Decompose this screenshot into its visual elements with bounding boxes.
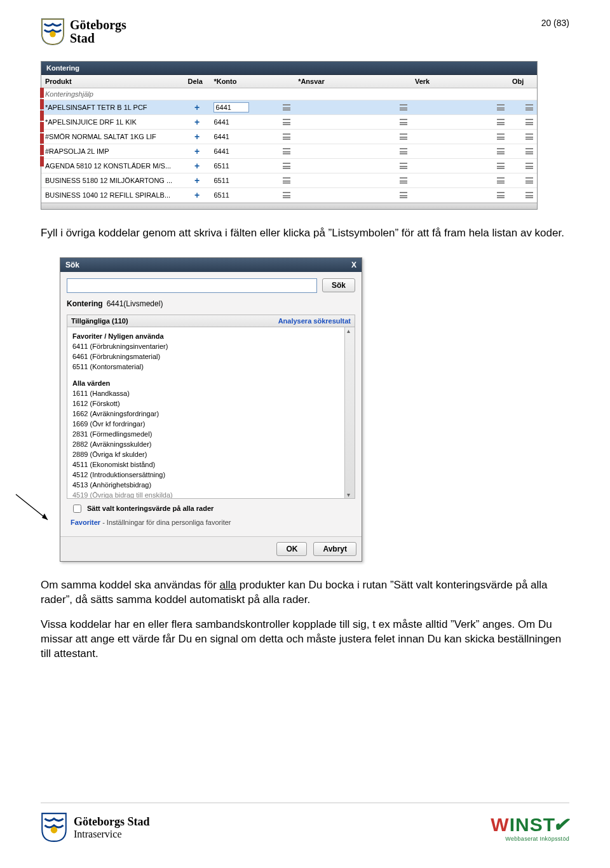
cell-produkt: BUSINESS 5180 12 MILJÖKARTONG ... [41, 173, 184, 188]
table-row[interactable]: BUSINESS 1040 12 REFILL SPIRALB...+6511 [41, 188, 537, 203]
list-item[interactable]: 1662 (Avräkningsfordringar) [71, 409, 343, 419]
plus-icon[interactable]: + [193, 102, 201, 112]
plus-icon[interactable]: + [193, 117, 201, 127]
list-icon[interactable] [400, 177, 407, 184]
list-icon[interactable] [497, 133, 505, 140]
list-icon[interactable] [497, 163, 505, 169]
plus-icon[interactable]: + [193, 175, 201, 186]
list-icon[interactable] [497, 104, 505, 111]
list-item[interactable]: 1611 (Handkassa) [71, 388, 343, 398]
table-row[interactable]: AGENDA 5810 12 KONSTLÄDER M/S...+6511 [41, 159, 537, 173]
plus-icon[interactable]: + [193, 132, 201, 142]
list-item[interactable]: 4519 (Övriga bidrag till enskilda) [71, 490, 343, 499]
paragraph-2: Om samma koddel ska användas för alla pr… [41, 578, 569, 607]
logo-goteborgs-stad: Göteborgs Stad [41, 18, 126, 46]
table-row[interactable]: #RAPSOLJA 2L IMP+6441 [41, 144, 537, 159]
list-icon[interactable] [283, 133, 290, 140]
list-icon[interactable] [283, 177, 290, 184]
ok-button[interactable]: OK [276, 542, 307, 556]
dialog-title: Sök [65, 261, 79, 269]
list-icon[interactable] [497, 148, 505, 154]
page-footer: Göteborgs Stad Intraservice WINST✔ Webba… [41, 803, 569, 843]
list-icon[interactable] [497, 177, 505, 184]
cancel-button[interactable]: Avbryt [313, 542, 356, 556]
list-icon[interactable] [525, 148, 533, 154]
kontering-table: Produkt Dela *Konto *Ansvar Verk Obj Kon… [41, 75, 537, 203]
list-item[interactable]: 4513 (Anhörighetsbidrag) [71, 480, 343, 490]
list-icon[interactable] [497, 119, 505, 125]
horizontal-scrollbar[interactable] [41, 203, 537, 209]
logo-line1: Göteborgs [70, 18, 126, 32]
konto-value: 6511 [214, 162, 229, 170]
list-icon[interactable] [283, 192, 290, 198]
search-dialog: Sök X Sök Kontering6441(Livsmedel) Tillg… [60, 257, 362, 562]
list-section-head: Favoriter / Nyligen använda [71, 331, 343, 341]
list-icon[interactable] [497, 192, 505, 198]
search-button[interactable]: Sök [322, 278, 355, 292]
list-icon[interactable] [525, 133, 533, 140]
list-icon[interactable] [283, 119, 290, 125]
paragraph-3: Vissa koddelar har en eller flera samban… [41, 618, 569, 661]
table-row[interactable]: #SMÖR NORMAL SALTAT 1KG LIF+6441 [41, 130, 537, 144]
list-item[interactable]: 2882 (Avräkningsskulder) [71, 439, 343, 449]
col-konto: *Konto [210, 75, 294, 88]
konto-input[interactable] [214, 102, 249, 112]
left-marker-bars [40, 88, 44, 168]
list-item[interactable]: 4511 (Ekonomiskt bistånd) [71, 459, 343, 470]
plus-icon[interactable]: + [193, 161, 201, 171]
list-icon[interactable] [283, 104, 290, 111]
list-icon[interactable] [400, 104, 407, 111]
list-icon[interactable] [525, 177, 533, 184]
list-item [71, 372, 343, 376]
col-verk: Verk [411, 75, 508, 88]
list-item[interactable]: 2889 (Övriga kf skulder) [71, 449, 343, 459]
list-item[interactable]: 6411 (Förbrukningsinventarier) [71, 341, 343, 351]
list-icon[interactable] [400, 192, 407, 198]
list-icon[interactable] [525, 192, 533, 198]
col-produkt: Produkt [41, 75, 184, 88]
list-icon[interactable] [400, 119, 407, 125]
list-icon[interactable] [400, 133, 407, 140]
plus-icon[interactable]: + [193, 146, 201, 156]
col-ansvar: *Ansvar [294, 75, 411, 88]
cell-produkt: *APELSINJUICE DRF 1L KIK [41, 115, 184, 130]
analyse-results-link[interactable]: Analysera sökresultat [278, 317, 351, 325]
list-item[interactable]: 1612 (Förskott) [71, 398, 343, 409]
available-label: Tillgängliga (110) [71, 317, 128, 325]
list-icon[interactable] [283, 163, 290, 169]
close-icon[interactable]: X [351, 261, 356, 269]
shield-icon [41, 812, 67, 843]
favorites-settings-line[interactable]: Favoriter - Inställningar för dina perso… [67, 517, 355, 532]
footer-brand-line2: Intraservice [74, 829, 150, 840]
results-list: Favoriter / Nyligen använda6411 (Förbruk… [67, 327, 355, 499]
vertical-scrollbar[interactable] [344, 327, 355, 498]
list-section-head: Alla värden [71, 378, 343, 388]
col-dela: Dela [184, 75, 210, 88]
list-item[interactable]: 6511 (Kontorsmaterial) [71, 362, 343, 372]
search-input[interactable] [67, 278, 317, 293]
konto-value: 6441 [214, 133, 229, 140]
list-item[interactable]: 6461 (Förbrukningsmaterial) [71, 351, 343, 362]
footer-logo-winst: WINST✔ Webbaserat Inköpsstöd [491, 813, 569, 842]
shield-icon [41, 18, 65, 46]
paragraph-1: Fyll i övriga koddelar genom att skriva … [41, 226, 569, 241]
plus-icon[interactable]: + [193, 190, 201, 200]
list-item[interactable]: 4512 (Introduktionsersättning) [71, 470, 343, 480]
list-icon[interactable] [400, 163, 407, 169]
apply-all-rows-label: Sätt valt konteringsvärde på alla rader [87, 505, 214, 512]
list-icon[interactable] [525, 104, 533, 111]
list-icon[interactable] [525, 163, 533, 169]
konto-value: 6511 [214, 177, 229, 184]
panel-title: Kontering [41, 62, 537, 75]
list-item[interactable]: 1669 (Övr kf fordringar) [71, 419, 343, 429]
table-row[interactable]: *APELSINJUICE DRF 1L KIK+6441 [41, 115, 537, 130]
list-icon[interactable] [525, 119, 533, 125]
list-item[interactable]: 2831 (Förmedlingsmedel) [71, 429, 343, 439]
konto-value: 6511 [214, 191, 229, 199]
svg-point-0 [50, 31, 56, 37]
list-icon[interactable] [283, 148, 290, 154]
table-row[interactable]: *APELSINSAFT TETR B 1L PCF+ [41, 100, 537, 115]
list-icon[interactable] [400, 148, 407, 154]
apply-all-rows-checkbox[interactable] [73, 505, 81, 513]
table-row[interactable]: BUSINESS 5180 12 MILJÖKARTONG ...+6511 [41, 173, 537, 188]
